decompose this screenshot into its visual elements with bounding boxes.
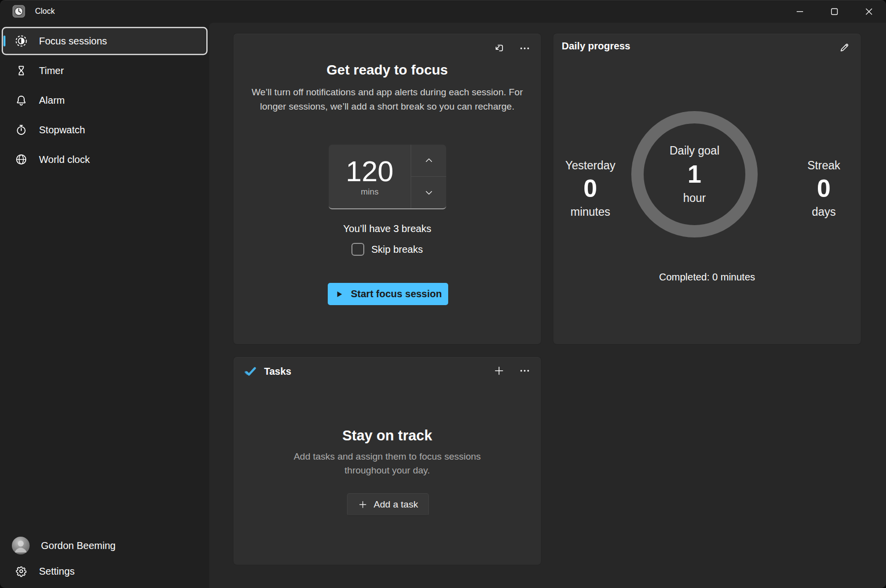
chevron-down-icon [424, 187, 434, 198]
streak-unit: days [787, 204, 861, 219]
duration-stepper: 120 mins [329, 145, 446, 209]
daily-goal-label: Daily goal [670, 143, 720, 158]
sidebar-footer: Gordon Beeming Settings [0, 533, 209, 588]
user-name: Gordon Beeming [41, 540, 116, 551]
streak-label: Streak [787, 158, 861, 173]
chevron-up-icon [424, 155, 434, 166]
streak-stat: Streak 0 days [787, 158, 861, 219]
popout-icon [493, 42, 505, 54]
tasks-logo-icon [244, 365, 257, 378]
yesterday-label: Yesterday [553, 158, 627, 173]
tasks-header: Tasks [244, 365, 291, 378]
sidebar-item-timer[interactable]: Timer [3, 58, 206, 83]
sidebar-item-label: Focus sessions [39, 36, 107, 47]
gear-icon [15, 565, 28, 578]
daily-progress-title: Daily progress [562, 40, 630, 52]
yesterday-unit: minutes [553, 204, 627, 219]
skip-breaks-label[interactable]: Skip breaks [371, 244, 423, 255]
plus-icon [493, 365, 505, 377]
caption-buttons [782, 0, 886, 23]
skip-breaks-checkbox[interactable] [351, 243, 364, 256]
avatar [12, 537, 30, 554]
close-button[interactable] [851, 0, 886, 23]
sidebar: Focus sessions Timer Alarm [0, 23, 209, 588]
yesterday-stat: Yesterday 0 minutes [553, 158, 627, 219]
duration-value: 120 [346, 157, 394, 186]
plus-icon [358, 500, 368, 510]
maximize-button[interactable] [817, 0, 851, 23]
app-title: Clock [35, 7, 55, 16]
clock-app-window: Clock [0, 0, 886, 588]
completed-text: Completed: 0 minutes [553, 272, 861, 283]
duration-value-box[interactable]: 120 mins [329, 145, 411, 208]
sidebar-item-label: World clock [39, 154, 90, 165]
pencil-icon [839, 41, 850, 53]
hourglass-icon [15, 64, 28, 77]
duration-decrease-button[interactable] [411, 177, 446, 208]
more-options-icon [519, 365, 531, 377]
start-focus-session-button[interactable]: Start focus session [328, 283, 448, 305]
app-identity: Clock [12, 5, 55, 18]
daily-goal-unit: hour [683, 191, 706, 205]
more-options-icon [519, 42, 531, 54]
daily-goal-value: 1 [688, 159, 701, 189]
play-icon [334, 289, 344, 299]
account-item[interactable]: Gordon Beeming [3, 533, 206, 558]
yesterday-value: 0 [553, 173, 627, 204]
sidebar-item-world-clock[interactable]: World clock [3, 147, 206, 172]
bell-icon [15, 94, 28, 107]
add-a-task-label: Add a task [374, 499, 418, 510]
sidebar-item-label: Timer [39, 65, 64, 77]
focus-sessions-icon [15, 35, 28, 47]
sidebar-item-settings[interactable]: Settings [3, 558, 206, 584]
close-icon [864, 6, 874, 17]
focus-session-card: Get ready to focus We’ll turn off notifi… [233, 33, 541, 345]
add-a-task-button[interactable]: Add a task [347, 493, 429, 516]
sidebar-item-alarm[interactable]: Alarm [3, 87, 206, 113]
start-button-label: Start focus session [351, 288, 442, 300]
globe-icon [15, 153, 28, 166]
sidebar-item-stopwatch[interactable]: Stopwatch [3, 117, 206, 143]
sidebar-nav: Focus sessions Timer Alarm [0, 28, 209, 172]
streak-value: 0 [787, 173, 861, 204]
main-content: Get ready to focus We’ll turn off notifi… [209, 23, 886, 588]
focus-card-description: We’ll turn off notifications and app ale… [243, 85, 532, 114]
stopwatch-icon [15, 123, 28, 136]
duration-unit: mins [361, 187, 379, 197]
daily-progress-card: Daily progress Yesterday 0 minutes Daily… [553, 33, 861, 345]
focus-card-title: Get ready to focus [233, 62, 541, 78]
tasks-title: Tasks [264, 366, 291, 377]
minimize-icon [795, 6, 805, 17]
edit-goal-button[interactable] [835, 39, 854, 55]
breaks-info-text: You’ll have 3 breaks [233, 223, 541, 235]
tasks-empty-description: Add tasks and assign them to focus sessi… [279, 450, 496, 477]
daily-goal-progress-ring: Daily goal 1 hour [631, 111, 758, 237]
settings-label: Settings [39, 566, 75, 577]
sidebar-item-label: Alarm [39, 95, 65, 106]
compact-overlay-button[interactable] [490, 40, 508, 56]
titlebar[interactable]: Clock [0, 0, 886, 23]
sidebar-item-label: Stopwatch [39, 124, 85, 136]
sidebar-item-focus-sessions[interactable]: Focus sessions [3, 28, 206, 54]
clock-app-icon [12, 5, 25, 18]
tasks-more-options-button[interactable] [515, 363, 534, 379]
focus-more-options-button[interactable] [515, 40, 534, 56]
maximize-icon [829, 6, 840, 17]
tasks-card: Tasks Stay on track Add tasks and assign… [233, 356, 541, 565]
duration-increase-button[interactable] [411, 145, 446, 177]
skip-breaks-row: Skip breaks [233, 243, 541, 256]
add-task-icon-button[interactable] [490, 363, 508, 379]
tasks-empty-title: Stay on track [233, 428, 541, 444]
minimize-button[interactable] [782, 0, 817, 23]
